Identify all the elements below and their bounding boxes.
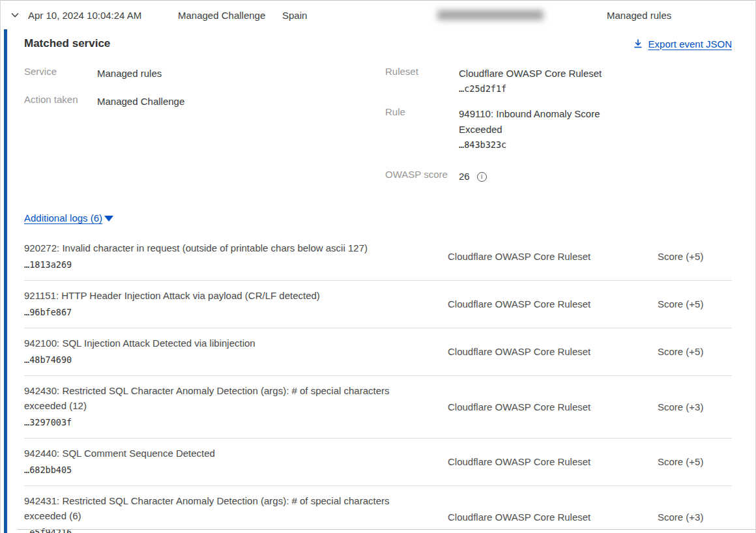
- export-link-label: Export event JSON: [648, 38, 732, 50]
- log-description: 942430: Restricted SQL Character Anomaly…: [24, 383, 415, 413]
- owasp-score-value: 26: [459, 169, 470, 184]
- log-ruleset: Cloudflare OWASP Core Ruleset: [448, 511, 604, 523]
- log-rule-hash: …682bb405: [24, 463, 415, 478]
- log-rule-hash: …3297003f: [24, 415, 415, 430]
- expanded-row-accent-bar: [4, 29, 7, 533]
- log-score: Score (+5): [658, 346, 703, 357]
- owasp-score-label: OWASP score: [385, 169, 459, 184]
- rule-field: Rule 949110: Inbound Anomaly Score Excee…: [385, 106, 732, 150]
- rule-id-hash: …843b323c: [459, 139, 615, 150]
- event-detail-body: Matched service Export event JSON Servic…: [1, 37, 755, 533]
- log-ruleset: Cloudflare OWASP Core Ruleset: [448, 346, 604, 357]
- service-value: Managed rules: [97, 66, 162, 81]
- collapse-chevron-icon[interactable]: [9, 9, 21, 21]
- action-taken-field: Action taken Managed Challenge: [24, 94, 385, 109]
- next-table-row-edge: [17, 529, 755, 530]
- log-rule-hash: …1813a269: [24, 257, 415, 272]
- caret-down-icon: [104, 216, 113, 222]
- event-row-header[interactable]: Apr 10, 2024 10:04:24 AM Managed Challen…: [1, 1, 755, 29]
- additional-logs-label: Additional logs (6): [24, 212, 102, 223]
- matched-service-title: Matched service: [24, 37, 110, 50]
- additional-logs-toggle[interactable]: Additional logs (6): [24, 212, 113, 223]
- info-icon[interactable]: i: [477, 172, 487, 182]
- service-field: Service Managed rules: [24, 66, 385, 81]
- rule-value: 949110: Inbound Anomaly Score Exceeded: [459, 106, 615, 137]
- log-score: Score (+5): [658, 298, 703, 310]
- log-row: 942431: Restricted SQL Character Anomaly…: [24, 486, 732, 533]
- log-description: 942431: Restricted SQL Character Anomaly…: [24, 493, 415, 523]
- log-ruleset: Cloudflare OWASP Core Ruleset: [448, 456, 604, 467]
- log-row: 921151: HTTP Header Injection Attack via…: [24, 281, 732, 328]
- rule-label: Rule: [385, 106, 459, 150]
- additional-logs-table: 920272: Invalid character in request (ou…: [24, 233, 732, 533]
- log-description: 920272: Invalid character in request (ou…: [24, 240, 415, 255]
- log-score: Score (+5): [658, 456, 703, 467]
- owasp-score-field: OWASP score 26 i: [385, 169, 732, 184]
- event-action: Managed Challenge: [178, 10, 265, 21]
- log-ruleset: Cloudflare OWASP Core Ruleset: [448, 251, 604, 262]
- export-event-json-link[interactable]: Export event JSON: [633, 38, 732, 50]
- log-rule-hash: …48b74690: [24, 353, 415, 367]
- log-rule-hash: …96bfe867: [24, 305, 415, 320]
- ruleset-value: Cloudflare OWASP Core Ruleset: [459, 66, 602, 81]
- event-service: Managed rules: [607, 10, 671, 21]
- log-row: 920272: Invalid character in request (ou…: [24, 233, 732, 281]
- log-row: 942100: SQL Injection Attack Detected vi…: [24, 328, 732, 376]
- redacted-value: [437, 10, 544, 20]
- ruleset-field: Ruleset Cloudflare OWASP Core Ruleset …c…: [385, 66, 732, 94]
- action-taken-value: Managed Challenge: [97, 94, 184, 109]
- ruleset-id-hash: …c25d2f1f: [459, 83, 602, 94]
- log-description: 942440: SQL Comment Sequence Detected: [24, 446, 415, 461]
- log-ruleset: Cloudflare OWASP Core Ruleset: [448, 298, 604, 310]
- log-description: 921151: HTTP Header Injection Attack via…: [24, 288, 415, 303]
- log-row: 942430: Restricted SQL Character Anomaly…: [24, 376, 732, 439]
- log-description: 942100: SQL Injection Attack Detected vi…: [24, 336, 415, 351]
- log-score: Score (+5): [658, 251, 703, 262]
- log-ruleset: Cloudflare OWASP Core Ruleset: [448, 401, 604, 412]
- ruleset-label: Ruleset: [385, 66, 459, 94]
- log-score: Score (+3): [658, 401, 703, 412]
- firewall-event-panel: Apr 10, 2024 10:04:24 AM Managed Challen…: [0, 0, 756, 533]
- action-taken-label: Action taken: [24, 94, 97, 109]
- log-score: Score (+3): [658, 511, 703, 523]
- download-icon: [633, 38, 643, 49]
- event-timestamp: Apr 10, 2024 10:04:24 AM: [28, 10, 141, 21]
- log-row: 942440: SQL Comment Sequence Detected …6…: [24, 439, 732, 486]
- event-country: Spain: [282, 10, 307, 21]
- service-label: Service: [24, 66, 97, 81]
